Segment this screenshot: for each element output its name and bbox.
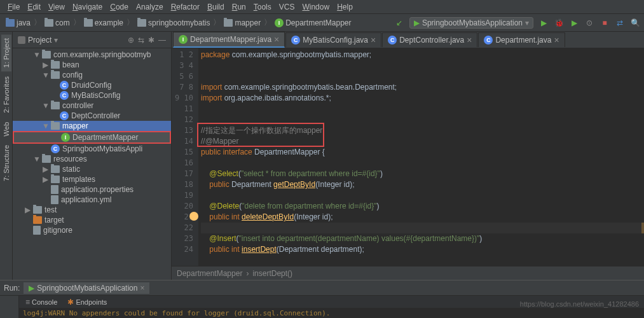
tree-DruidConfig[interactable]: CDruidConfig bbox=[13, 80, 171, 90]
menu-build[interactable]: Build bbox=[203, 3, 228, 11]
breadcrumb-mapper[interactable]: mapper bbox=[222, 18, 263, 28]
tab-Department.java[interactable]: CDepartment.java× bbox=[478, 32, 565, 47]
tree-DeptController[interactable]: CDeptController bbox=[13, 111, 171, 121]
tree-target[interactable]: target bbox=[13, 215, 171, 225]
toolbar-right: ↙ ▶ SpringbootMybatisApplication ▾ ▶ 🐞 ▶… bbox=[394, 17, 640, 29]
sidebar-header: Project ▾ ⊕ ⇆ ✱ — bbox=[13, 32, 171, 48]
subtab-Endpoints[interactable]: ✱ Endpoints bbox=[64, 296, 111, 308]
tree-controller[interactable]: ▼controller bbox=[13, 100, 171, 111]
collapse-icon[interactable]: ⇆ bbox=[138, 36, 144, 45]
watermark: https://blog.csdn.net/weixin_41282486 bbox=[520, 300, 639, 308]
tree-config[interactable]: ▼config bbox=[13, 70, 171, 80]
menu-run[interactable]: Run bbox=[228, 3, 250, 11]
project-tree[interactable]: ▼com.example.springbootmyb▶bean▼configCD… bbox=[13, 48, 171, 280]
run-left-tools[interactable] bbox=[0, 296, 19, 318]
subtab-Console[interactable]: ≡ Console bbox=[22, 296, 61, 308]
editor-tabs: IDepartmentMapper.java×CMyBatisConfig.ja… bbox=[172, 32, 644, 48]
run-config-dropdown[interactable]: ▶ SpringbootMybatisApplication ▾ bbox=[409, 17, 533, 29]
search-icon[interactable]: 🔍 bbox=[630, 18, 640, 28]
build-icon[interactable]: ↙ bbox=[394, 18, 404, 28]
close-icon[interactable]: × bbox=[371, 35, 376, 45]
target-icon[interactable]: ⊕ bbox=[128, 36, 134, 45]
menu-edit[interactable]: Edit bbox=[24, 3, 45, 11]
run-label: Run: bbox=[4, 284, 20, 293]
tree-resources[interactable]: ▼resources bbox=[13, 154, 171, 164]
close-icon[interactable]: × bbox=[274, 34, 279, 45]
tree-com.example.springbootmyb[interactable]: ▼com.example.springbootmyb bbox=[13, 50, 171, 60]
tab-DepartmentMapper.java[interactable]: IDepartmentMapper.java× bbox=[173, 32, 285, 48]
lefttab-Project[interactable]: 1: Project bbox=[1, 34, 11, 71]
run-icon[interactable]: ▶ bbox=[538, 18, 549, 28]
left-tool-strip: 1: Project2: FavoritesWeb7: Structure bbox=[0, 32, 13, 280]
editor-area: IDepartmentMapper.java×CMyBatisConfig.ja… bbox=[172, 32, 644, 280]
editor-breadcrumb[interactable]: DepartmentMapper › insertDept() bbox=[172, 266, 644, 280]
menu-refactor[interactable]: Refactor bbox=[167, 3, 203, 11]
run-app-tab[interactable]: ▶ SpringbootMybatisApplication × bbox=[24, 282, 149, 294]
lefttab-Web[interactable]: Web bbox=[1, 118, 11, 140]
tree-SpringbootMybatisAppli[interactable]: CSpringbootMybatisAppli bbox=[13, 144, 171, 154]
tree-DepartmentMapper[interactable]: IDepartmentMapper bbox=[13, 131, 171, 144]
tab-DeptController.java[interactable]: CDeptController.java× bbox=[382, 32, 477, 47]
menu-help[interactable]: Help bbox=[333, 3, 357, 11]
menubar: FileEditViewNavigateCodeAnalyzeRefactorB… bbox=[0, 0, 644, 14]
tree-application.yml[interactable]: application.yml bbox=[13, 195, 171, 205]
vcs-icon[interactable]: ⇄ bbox=[615, 18, 625, 28]
tree-templates[interactable]: ▶templates bbox=[13, 174, 171, 184]
menu-view[interactable]: View bbox=[45, 3, 69, 11]
tree-test[interactable]: ▶test bbox=[13, 205, 171, 215]
stop-icon[interactable]: ■ bbox=[599, 18, 610, 28]
navbar: java〉com〉example〉springbootmybatis〉mappe… bbox=[0, 14, 644, 32]
coverage-icon[interactable]: ▶ bbox=[569, 18, 579, 28]
tree-mapper[interactable]: ▼mapper bbox=[13, 121, 171, 131]
close-icon[interactable]: × bbox=[467, 35, 472, 45]
breadcrumb: java〉com〉example〉springbootmybatis〉mappe… bbox=[4, 17, 392, 28]
tree-application.properties[interactable]: application.properties bbox=[13, 184, 171, 195]
menu-tools[interactable]: Tools bbox=[250, 3, 275, 11]
sidebar-title[interactable]: Project ▾ bbox=[18, 36, 124, 45]
tree-static[interactable]: ▶static bbox=[13, 164, 171, 174]
lefttab-Favorites[interactable]: 2: Favorites bbox=[1, 73, 11, 116]
menu-vcs[interactable]: VCS bbox=[275, 3, 299, 11]
menu-window[interactable]: Window bbox=[298, 3, 333, 11]
tree-gitignore[interactable]: gitignore bbox=[13, 225, 171, 235]
breadcrumb-springbootmybatis[interactable]: springbootmybatis bbox=[135, 18, 212, 28]
hide-icon[interactable]: — bbox=[158, 36, 166, 45]
menu-code[interactable]: Code bbox=[106, 3, 132, 11]
tree-MyBatisConfig[interactable]: CMyBatisConfig bbox=[13, 90, 171, 100]
close-icon[interactable]: × bbox=[554, 35, 559, 45]
run-config-label: SpringbootMybatisApplication bbox=[422, 18, 523, 27]
breadcrumb-com[interactable]: com bbox=[43, 18, 72, 28]
project-sidebar: Project ▾ ⊕ ⇆ ✱ — ▼com.example.springboo… bbox=[13, 32, 172, 280]
console-output[interactable]: log4j:WARN No appenders could be found f… bbox=[19, 308, 644, 318]
gear-icon[interactable]: ✱ bbox=[148, 36, 154, 45]
menu-navigate[interactable]: Navigate bbox=[69, 3, 106, 11]
lefttab-Structure[interactable]: 7: Structure bbox=[1, 141, 11, 185]
profile-icon[interactable]: ⊙ bbox=[584, 18, 594, 28]
debug-icon[interactable]: 🐞 bbox=[554, 18, 564, 28]
breadcrumb-java[interactable]: java bbox=[4, 18, 32, 28]
code-editor[interactable]: package com.example.springbootmybatis.ma… bbox=[198, 48, 644, 266]
menu-analyze[interactable]: Analyze bbox=[132, 3, 167, 11]
tab-MyBatisConfig.java[interactable]: CMyBatisConfig.java× bbox=[285, 32, 381, 47]
tree-bean[interactable]: ▶bean bbox=[13, 60, 171, 70]
breadcrumb-DepartmentMapper[interactable]: IDepartmentMapper bbox=[273, 18, 353, 28]
run-panel: Run: ▶ SpringbootMybatisApplication × ≡ … bbox=[0, 280, 644, 318]
gutter: 1 2 3 4 5 6 7 8 9 10 11 12 13 14 15 16 1… bbox=[172, 48, 198, 266]
menu-file[interactable]: File bbox=[4, 3, 24, 11]
breadcrumb-example[interactable]: example bbox=[82, 18, 125, 28]
